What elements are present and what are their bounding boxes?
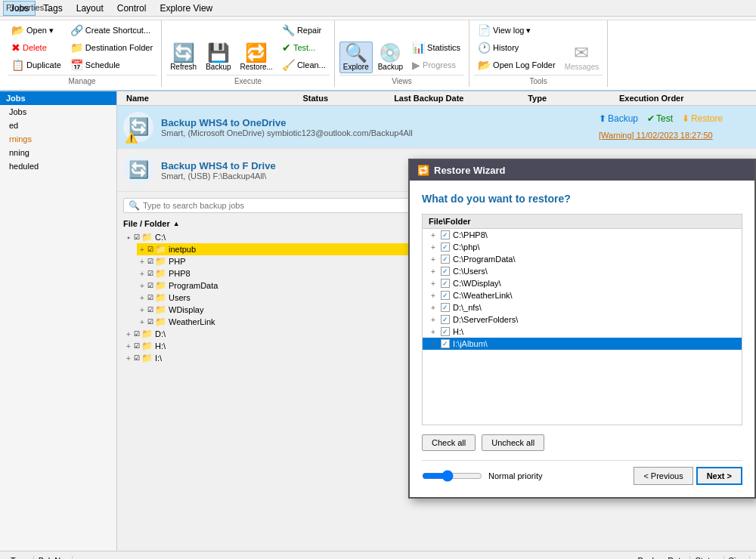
ribbon-btn-destination[interactable]: 📁 Destination Folder	[67, 39, 156, 56]
expand-h-icon: +	[123, 342, 134, 351]
ribbon-btn-open-log-folder[interactable]: 📂 Open Log Folder	[474, 57, 559, 73]
folder-i-icon: 📁	[141, 353, 153, 363]
menu-jobs[interactable]: Jobs	[3, 1, 36, 16]
ribbon-btn-backup[interactable]: 💾 Backup	[202, 42, 234, 73]
cb-6[interactable]: ✓	[441, 303, 450, 312]
dialog-item-4-path: C:\WDisplay\	[453, 279, 501, 288]
sidebar-item-scheduled[interactable]: heduled	[0, 159, 116, 173]
job-0-action-row: ⬆ Backup ✔ Test ⬇ Restore	[599, 113, 723, 124]
ribbon-btn-statistics[interactable]: 📊 Statistics	[408, 39, 464, 56]
ribbon-btn-explore[interactable]: 🔍 Explore	[339, 42, 373, 73]
col-exec-order[interactable]: Execution Order	[616, 94, 750, 103]
cb-7[interactable]: ✓	[441, 315, 450, 324]
delete-icon: ✖	[11, 42, 20, 54]
dialog-list-item-0[interactable]: + ✓ C:\PHP8\	[423, 229, 742, 241]
sidebar-item-warnings[interactable]: rnings	[0, 132, 116, 146]
priority-label: Normal priority	[488, 471, 543, 480]
tree-weatherlink-label: WeatherLink	[169, 317, 215, 326]
bottom-col-type[interactable]: Type	[6, 556, 34, 560]
tree-php-label: PHP	[169, 257, 186, 266]
job-0-restore-link[interactable]: ⬇ Restore	[682, 113, 723, 124]
next-button[interactable]: Next >	[696, 467, 742, 485]
dialog-item-0-path: C:\PHP8\	[453, 230, 488, 239]
dialog-file-list[interactable]: File\Folder + ✓ C:\PHP8\ + ✓ C:\php\ + ✓…	[422, 214, 742, 425]
uncheck-all-button[interactable]: Uncheck all	[482, 434, 544, 451]
col-status[interactable]: Status	[299, 94, 391, 103]
ribbon-btn-open[interactable]: 📂 Open ▾	[8, 22, 65, 39]
backup-arrow-icon: ⬆	[599, 113, 606, 124]
job-0-backup-link[interactable]: ⬆ Backup	[599, 113, 638, 124]
cb-2[interactable]: ✓	[441, 255, 450, 264]
expand-users-icon: +	[137, 294, 147, 302]
ribbon-btn-create-shortcut[interactable]: 🔗 Create Shortcut...	[67, 22, 156, 39]
col-last-backup[interactable]: Last Backup Date	[391, 94, 525, 103]
job-row-0[interactable]: 🔄 ⚠️ Backup WHS4 to OneDrive Smart, (Mic…	[117, 106, 756, 149]
ribbon-manage-buttons: 📂 Open ▾ ✖ Delete 📋 Duplicate	[8, 22, 156, 73]
cb-5[interactable]: ✓	[441, 291, 450, 300]
ribbon-btn-test[interactable]: ✔ Test...	[278, 39, 330, 56]
ribbon-btn-clean[interactable]: 🧹 Clean...	[278, 57, 330, 73]
cb-1[interactable]: ✓	[441, 242, 450, 252]
dialog-list-item-4[interactable]: + ✓ C:\WDisplay\	[423, 277, 742, 289]
dialog-list-item-7[interactable]: + ✓ D:\ServerFolders\	[423, 313, 742, 326]
job-1-icon: 🔄	[123, 155, 153, 185]
priority-slider[interactable]	[422, 470, 482, 482]
ribbon-btn-history[interactable]: 🕐 History	[474, 39, 559, 56]
dialog-list-item-6[interactable]: + ✓ D:\_nfs\	[423, 301, 742, 313]
job-0-warning-link[interactable]: [Warning] 11/02/2023 18:27:50	[599, 131, 713, 140]
dialog-list-item-9[interactable]: + ✓ I:\jAlbum\	[423, 338, 742, 350]
menu-explore-view[interactable]: Explore View	[153, 2, 218, 15]
dialog-list-item-3[interactable]: + ✓ C:\Users\	[423, 265, 742, 277]
job-0-test-link[interactable]: ✔ Test	[647, 113, 673, 124]
expand-php-icon: +	[137, 258, 147, 266]
cb-8[interactable]: ✓	[441, 327, 450, 336]
sidebar-item-jobs[interactable]: Jobs	[0, 105, 116, 119]
dialog-item-7-path: D:\ServerFolders\	[453, 315, 518, 324]
expand-6-icon: +	[429, 304, 438, 312]
ribbon-btn-repair[interactable]: 🔧 Repair	[278, 22, 330, 39]
menu-control[interactable]: Control	[111, 2, 153, 15]
ribbon-execute-buttons: 🔄 Refresh 💾 Backup 🔁 Restore... 🔧 Repair	[166, 22, 330, 73]
bottom-col-bckno[interactable]: Bck.No.	[34, 556, 73, 560]
tree-c-label: C:\	[155, 233, 166, 242]
tree-php8-label: PHP8	[169, 269, 191, 278]
dialog-list-item-5[interactable]: + ✓ C:\WeatherLink\	[423, 289, 742, 301]
ribbon-btn-restore[interactable]: 🔁 Restore...	[237, 42, 277, 73]
history-icon: 🕐	[478, 42, 491, 54]
ribbon-btn-backup-view[interactable]: 💿 Backup	[374, 42, 407, 73]
menu-layout[interactable]: Layout	[70, 2, 110, 15]
col-type[interactable]: Type	[525, 94, 616, 103]
tree-checkbox-php8: ☑	[147, 270, 153, 277]
ribbon-btn-messages[interactable]: ✉ Messages	[561, 42, 603, 73]
ribbon-btn-progress[interactable]: ▶ Progress	[408, 57, 464, 73]
destination-icon: 📁	[70, 42, 83, 54]
check-all-button[interactable]: Check all	[422, 434, 476, 451]
dialog-list-item-2[interactable]: + ✓ C:\ProgramData\	[423, 253, 742, 265]
tree-checkbox-users: ☑	[147, 294, 153, 301]
ribbon-btn-delete[interactable]: ✖ Delete	[8, 39, 65, 56]
ribbon-btn-duplicate[interactable]: 📋 Duplicate	[8, 57, 65, 73]
cb-3[interactable]: ✓	[441, 267, 450, 276]
sidebar-item-ed[interactable]: ed	[0, 119, 116, 132]
col-name[interactable]: Name	[123, 94, 299, 103]
ribbon-btn-view-log[interactable]: 📄 View log ▾	[474, 22, 559, 39]
expand-i-icon: +	[123, 354, 134, 363]
folder-users-icon: 📁	[155, 292, 166, 303]
backup-view-icon: 💿	[379, 44, 401, 62]
sidebar-item-running[interactable]: nning	[0, 146, 116, 159]
expand-5-icon: +	[429, 292, 438, 300]
expand-inetpub-icon: +	[137, 246, 147, 254]
prev-button[interactable]: < Previous	[634, 467, 692, 485]
expand-weatherlink-icon: +	[137, 318, 147, 326]
menu-tags[interactable]: Tags	[37, 2, 68, 15]
dialog-list-item-1[interactable]: + ✓ C:\php\	[423, 241, 742, 253]
folder-h-icon: 📁	[141, 341, 153, 351]
ribbon-btn-refresh[interactable]: 🔄 Refresh	[166, 42, 200, 73]
dialog-list-item-8[interactable]: + ✓ H:\	[423, 326, 742, 338]
ribbon-content: 📂 Open ▾ ✖ Delete 📋 Duplicate	[0, 20, 756, 90]
ribbon-btn-schedule[interactable]: 📅 Schedule	[67, 57, 156, 73]
cb-4[interactable]: ✓	[441, 279, 450, 288]
tree-checkbox-c: ☑	[134, 233, 140, 241]
cb-9[interactable]: ✓	[441, 339, 450, 348]
cb-0[interactable]: ✓	[441, 230, 450, 239]
